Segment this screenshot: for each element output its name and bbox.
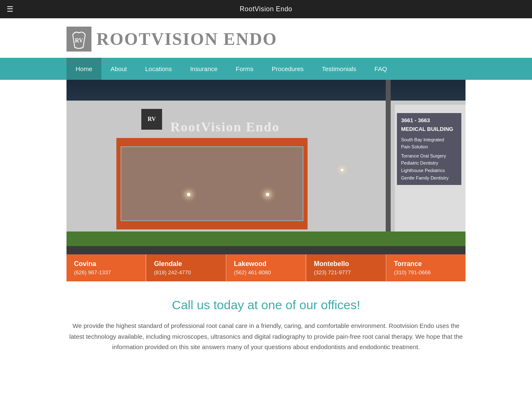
logo-text: RootVision Endo <box>96 29 277 49</box>
nav-item-faq[interactable]: FAQ <box>365 58 396 80</box>
logo-icon: RV <box>66 27 91 52</box>
svg-text:RV: RV <box>75 37 83 44</box>
nav-item-home[interactable]: Home <box>66 58 101 80</box>
nav-item-about[interactable]: About <box>101 58 136 80</box>
location-item-montebello[interactable]: Montebello(323) 721-9777 <box>306 254 386 281</box>
location-item-torrance[interactable]: Torrance(310) 791-0666 <box>387 254 466 281</box>
nav-item-insurance[interactable]: Insurance <box>181 58 227 80</box>
cta-body: We provide the highest standard of profe… <box>66 320 466 352</box>
nav-item-forms[interactable]: Forms <box>227 58 263 80</box>
location-name: Glendale <box>154 260 218 268</box>
nav-item-locations[interactable]: Locations <box>136 58 181 80</box>
location-phone: (626) 967-1337 <box>74 269 138 276</box>
location-phone: (818) 242-4770 <box>154 269 218 276</box>
hero-image: 3661 - 3663MEDICAL BUILDING South Bay In… <box>66 80 466 254</box>
menu-icon[interactable]: ☰ <box>7 5 13 14</box>
locations-bar: Covina(626) 967-1337Glendale(818) 242-47… <box>66 254 466 281</box>
location-phone: (323) 721-9777 <box>314 269 378 276</box>
location-item-covina[interactable]: Covina(626) 967-1337 <box>66 254 146 281</box>
topbar: ☰ RootVision Endo <box>0 0 532 18</box>
location-item-lakewood[interactable]: Lakewood(562) 461-8080 <box>227 254 306 281</box>
cta-heading: Call us today at one of our offices! <box>66 298 466 312</box>
logo-container: RV RootVision Endo <box>66 27 466 52</box>
location-phone: (310) 791-0666 <box>394 269 458 276</box>
main-content: Call us today at one of our offices! We … <box>0 281 532 377</box>
nav-item-procedures[interactable]: Procedures <box>263 58 313 80</box>
topbar-title: RootVision Endo <box>240 5 292 13</box>
location-name: Montebello <box>314 260 378 268</box>
location-phone: (562) 461-8080 <box>234 269 298 276</box>
location-name: Covina <box>74 260 138 268</box>
nav-item-testimonials[interactable]: Testimonials <box>313 58 366 80</box>
navbar: HomeAboutLocationsInsuranceFormsProcedur… <box>0 58 532 80</box>
location-name: Lakewood <box>234 260 298 268</box>
hero-wrapper: 3661 - 3663MEDICAL BUILDING South Bay In… <box>66 80 466 254</box>
location-item-glendale[interactable]: Glendale(818) 242-4770 <box>146 254 226 281</box>
header: RV RootVision Endo <box>0 18 532 58</box>
location-name: Torrance <box>394 260 458 268</box>
